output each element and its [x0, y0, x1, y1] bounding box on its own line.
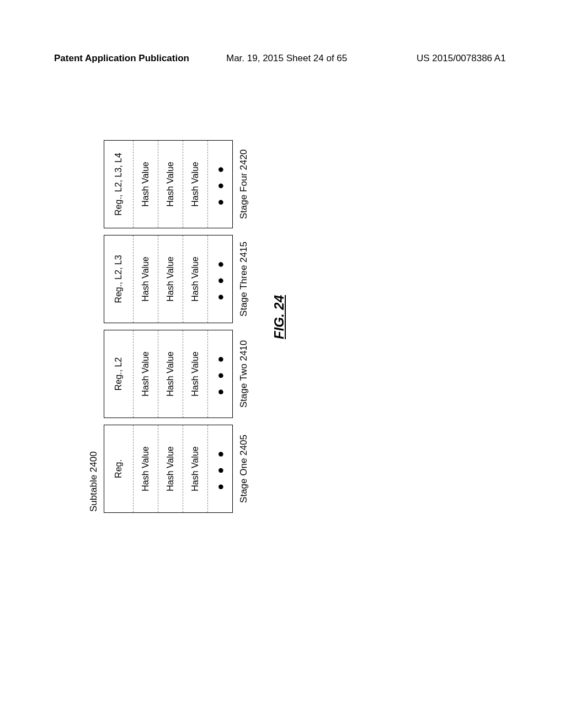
- table-cell: Hash Value: [134, 425, 158, 513]
- header-publication-number: US 2015/0078386 A1: [417, 53, 506, 64]
- stage-four-table: Reg., L2, L3, L4 Hash Value Hash Value H…: [104, 140, 233, 228]
- ellipsis-icon: ● ● ●: [214, 258, 226, 300]
- stage-three-caption: Stage Three 2415: [238, 242, 249, 317]
- stage-two-table: Reg., L2 Hash Value Hash Value Hash Valu…: [104, 330, 233, 418]
- stage-two-column: Reg., L2 Hash Value Hash Value Hash Valu…: [104, 330, 249, 418]
- ellipsis-icon: ● ● ●: [214, 352, 226, 395]
- stage-one-column: Reg. Hash Value Hash Value Hash Value ● …: [104, 425, 249, 513]
- table-cell: Hash Value: [134, 141, 158, 228]
- table-cell: Hash Value: [158, 330, 183, 418]
- stage-two-header: Reg., L2: [104, 330, 134, 418]
- subtable-label: Subtable 2400: [88, 121, 99, 512]
- stage-three-header: Reg., L2, L3: [104, 235, 134, 323]
- table-cell: Hash Value: [158, 141, 183, 228]
- ellipsis-icon: ● ● ●: [214, 163, 226, 205]
- table-cell: Hash Value: [183, 425, 208, 513]
- table-cell: Hash Value: [183, 235, 208, 323]
- table-cell: Hash Value: [134, 235, 158, 323]
- ellipsis-row: ● ● ●: [208, 235, 233, 323]
- stage-three-column: Reg., L2, L3 Hash Value Hash Value Hash …: [104, 235, 249, 323]
- table-cell: Hash Value: [158, 425, 183, 513]
- stages-row: Reg. Hash Value Hash Value Hash Value ● …: [104, 121, 249, 513]
- header-publication: Patent Application Publication: [54, 53, 189, 64]
- stage-one-header: Reg.: [104, 425, 134, 513]
- ellipsis-icon: ● ● ●: [214, 447, 226, 490]
- table-cell: Hash Value: [183, 330, 208, 418]
- ellipsis-row: ● ● ●: [208, 330, 233, 418]
- header-date-sheet: Mar. 19, 2015 Sheet 24 of 65: [226, 53, 347, 64]
- stage-one-caption: Stage One 2405: [238, 435, 249, 503]
- stage-two-caption: Stage Two 2410: [238, 340, 249, 408]
- stage-four-column: Reg., L2, L3, L4 Hash Value Hash Value H…: [104, 140, 249, 228]
- stage-three-table: Reg., L2, L3 Hash Value Hash Value Hash …: [104, 235, 233, 323]
- table-cell: Hash Value: [158, 235, 183, 323]
- figure-caption: FIG. 24: [271, 121, 287, 513]
- table-cell: Hash Value: [183, 141, 208, 228]
- page-header: Patent Application Publication Mar. 19, …: [0, 53, 565, 69]
- ellipsis-row: ● ● ●: [208, 425, 233, 513]
- stage-four-caption: Stage Four 2420: [238, 149, 249, 220]
- stage-one-table: Reg. Hash Value Hash Value Hash Value ● …: [104, 425, 233, 513]
- figure-24: Subtable 2400 Reg. Hash Value Hash Value…: [88, 121, 486, 513]
- table-cell: Hash Value: [134, 330, 158, 418]
- ellipsis-row: ● ● ●: [208, 141, 233, 228]
- stage-four-header: Reg., L2, L3, L4: [104, 141, 134, 228]
